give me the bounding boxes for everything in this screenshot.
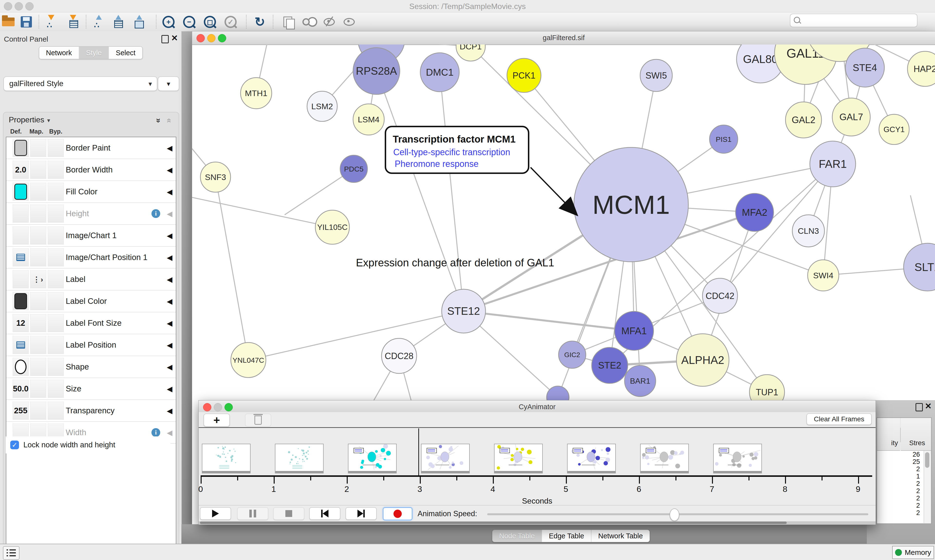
export-image-icon[interactable]: [131, 14, 147, 29]
frame-thumbnail-3[interactable]: [421, 444, 470, 471]
mapping-cell[interactable]: [30, 226, 46, 245]
column-header-stress[interactable]: Stres: [909, 439, 925, 447]
property-row-label-position[interactable]: Label Position◀: [6, 334, 176, 356]
property-row-border-width[interactable]: 2.0Border Width◀: [6, 159, 176, 181]
mapping-cell[interactable]: [30, 336, 46, 354]
bypass-cell[interactable]: [48, 139, 64, 157]
default-value-cell[interactable]: [13, 248, 29, 266]
table-tab-edge-table[interactable]: Edge Table: [542, 530, 591, 542]
open-session-icon[interactable]: [0, 14, 16, 29]
properties-header[interactable]: Properties: [9, 115, 50, 124]
frame-thumbnail-4[interactable]: [494, 444, 543, 471]
expand-property-icon[interactable]: ◀: [167, 253, 173, 262]
expand-property-icon[interactable]: ◀: [167, 188, 173, 196]
animation-speed-slider[interactable]: [487, 513, 868, 515]
mapping-cell[interactable]: [30, 358, 46, 376]
property-row-border-paint[interactable]: Border Paint◀: [6, 137, 176, 159]
save-session-icon[interactable]: [19, 14, 34, 29]
clear-all-frames-button[interactable]: Clear All Frames: [807, 413, 872, 425]
property-row-transparency[interactable]: 255Transparency◀: [6, 400, 176, 422]
expand-property-icon[interactable]: ◀: [167, 319, 173, 328]
frame-thumbnail-6[interactable]: [640, 444, 689, 471]
expand-all-icon[interactable]: «: [165, 118, 174, 123]
stop-button[interactable]: [273, 507, 304, 520]
apply-layout-icon[interactable]: [252, 14, 268, 29]
table-row[interactable]: 25: [877, 458, 923, 465]
frame-thumbnail-1[interactable]: [275, 444, 324, 471]
expand-property-icon[interactable]: ◀: [167, 231, 173, 240]
cyanimator-timeline[interactable]: Seconds 0123456789: [199, 428, 876, 504]
frame-thumbnail-5[interactable]: [567, 444, 616, 471]
expand-property-icon[interactable]: ◀: [167, 166, 173, 174]
bypass-cell[interactable]: [48, 402, 64, 420]
bypass-cell[interactable]: [48, 205, 64, 223]
annotation-box[interactable]: Transcription factor MCM1Cell-type-speci…: [386, 126, 575, 213]
expand-property-icon[interactable]: ◀: [167, 341, 173, 349]
mapping-cell[interactable]: [30, 402, 46, 420]
mapping-cell[interactable]: [30, 380, 46, 398]
table-row[interactable]: 2: [877, 495, 923, 502]
default-value-cell[interactable]: [13, 358, 29, 376]
collapse-all-icon[interactable]: »: [154, 118, 164, 123]
mapping-cell[interactable]: [30, 161, 46, 179]
expand-property-icon[interactable]: ◀: [167, 275, 173, 284]
property-row-fill-color[interactable]: Fill Color◀: [6, 181, 176, 203]
style-options-button[interactable]: ▾: [158, 76, 179, 91]
bypass-cell[interactable]: [48, 161, 64, 179]
bypass-cell[interactable]: [48, 292, 64, 310]
default-value-cell[interactable]: [13, 205, 29, 223]
property-row-label[interactable]: ⋮›Label◀: [6, 269, 176, 291]
float-panel-icon[interactable]: [161, 35, 169, 43]
column-header-ity[interactable]: ity: [891, 439, 898, 447]
table-tab-node-table[interactable]: Node Table: [492, 530, 542, 542]
table-row[interactable]: 1: [877, 473, 923, 480]
mapping-cell[interactable]: [30, 205, 46, 223]
export-network-icon[interactable]: [91, 14, 106, 29]
expand-property-icon[interactable]: ◀: [167, 363, 173, 371]
bypass-cell[interactable]: [48, 336, 64, 354]
expand-property-icon[interactable]: ◀: [167, 144, 173, 152]
default-value-cell[interactable]: [13, 292, 29, 310]
search-input[interactable]: [790, 14, 918, 27]
default-value-cell[interactable]: [13, 139, 29, 157]
pause-button[interactable]: [237, 507, 268, 520]
zoom-fit-icon[interactable]: ◻: [202, 14, 218, 29]
table-row[interactable]: 26: [877, 451, 923, 458]
table-tab-network-table[interactable]: Network Table: [591, 530, 650, 542]
bypass-cell[interactable]: [48, 183, 64, 201]
default-value-cell[interactable]: [13, 183, 29, 201]
expand-property-icon[interactable]: ◀: [167, 209, 173, 218]
style-selector[interactable]: galFiltered Style: [3, 76, 157, 91]
network-edge[interactable]: [216, 177, 248, 360]
mapping-cell[interactable]: [30, 248, 46, 266]
property-row-size[interactable]: 50.0Size◀: [6, 378, 176, 400]
frame-thumbnail-2[interactable]: [348, 444, 397, 471]
bypass-cell[interactable]: [48, 270, 64, 288]
table-row[interactable]: 2: [877, 502, 923, 509]
mapping-cell[interactable]: ⋮›: [30, 270, 46, 288]
default-value-cell[interactable]: 255: [13, 402, 29, 420]
bypass-cell[interactable]: [48, 380, 64, 398]
property-row-shape[interactable]: Shape◀: [6, 356, 176, 378]
caption-annotation[interactable]: Expression change after deletion of GAL1: [356, 257, 554, 269]
float-results-icon[interactable]: [915, 403, 923, 411]
network-edge[interactable]: [464, 311, 634, 331]
play-button[interactable]: [200, 507, 231, 520]
bypass-cell[interactable]: [48, 358, 64, 376]
tab-select[interactable]: Select: [109, 47, 142, 59]
table-scrollbar[interactable]: [924, 451, 930, 523]
default-value-cell[interactable]: 50.0: [13, 380, 29, 398]
property-row-label-font-size[interactable]: 12Label Font Size◀: [6, 312, 176, 334]
table-row[interactable]: 2: [877, 465, 923, 473]
mapping-cell[interactable]: [30, 314, 46, 332]
default-value-cell[interactable]: [13, 226, 29, 245]
table-row[interactable]: 2: [877, 480, 923, 487]
expand-property-icon[interactable]: ◀: [167, 385, 173, 393]
expand-property-icon[interactable]: ◀: [167, 406, 173, 415]
table-row[interactable]: 2: [877, 509, 923, 517]
property-row-height[interactable]: Heighti◀: [6, 203, 176, 225]
zoom-out-icon[interactable]: −: [181, 14, 197, 29]
tab-style[interactable]: Style: [79, 47, 109, 59]
network-edge[interactable]: [376, 71, 464, 311]
mapping-cell[interactable]: [30, 139, 46, 157]
